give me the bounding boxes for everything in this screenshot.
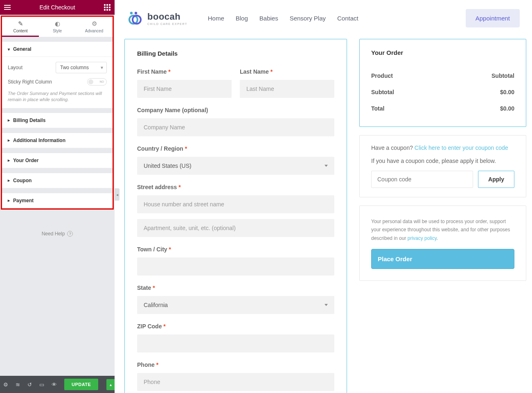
section-general[interactable]: ▾General bbox=[2, 42, 113, 57]
sidebar-header: Edit Checkout bbox=[0, 0, 115, 15]
hamburger-icon[interactable] bbox=[4, 5, 11, 10]
billing-card: Billing Details First Name * Last Name *… bbox=[124, 39, 347, 393]
brand-tagline: CHILD CARE EXPERT bbox=[147, 23, 187, 25]
update-dropdown[interactable]: ▴ bbox=[106, 379, 115, 390]
section-additional-info[interactable]: ▸Additional Information bbox=[2, 133, 113, 148]
collapse-sidebar-handle[interactable]: ◂ bbox=[115, 188, 119, 201]
first-name-label: First Name * bbox=[137, 68, 232, 75]
tab-style[interactable]: ◐Style bbox=[39, 17, 76, 37]
place-order-card: Your personal data will be used to proce… bbox=[359, 206, 526, 281]
settings-icon[interactable]: ⚙ bbox=[3, 382, 8, 388]
editor-sidebar: Edit Checkout ✎Content ◐Style ⚙Advanced … bbox=[0, 0, 115, 393]
preview-canvas: boocah CHILD CARE EXPERT Home Blog Babie… bbox=[115, 0, 532, 393]
caret-right-icon: ▸ bbox=[8, 158, 10, 163]
caret-down-icon: ▾ bbox=[8, 47, 10, 52]
help-icon: ? bbox=[67, 231, 73, 237]
city-input[interactable] bbox=[137, 257, 334, 276]
billing-title: Billing Details bbox=[137, 50, 334, 57]
layout-label: Layout bbox=[8, 65, 23, 70]
subtotal-label: Subtotal bbox=[371, 89, 394, 95]
sidebar-title: Edit Checkout bbox=[39, 4, 75, 11]
coupon-instruction: If you have a coupon code, please apply … bbox=[371, 158, 514, 164]
phone-input[interactable] bbox=[137, 373, 334, 391]
subtotal-header: Subtotal bbox=[491, 72, 514, 79]
responsive-icon[interactable]: ▭ bbox=[39, 382, 44, 388]
street-label: Street address * bbox=[137, 184, 334, 190]
zip-input[interactable] bbox=[137, 334, 334, 352]
state-select[interactable]: California bbox=[137, 296, 334, 314]
order-title: Your Order bbox=[371, 49, 514, 56]
section-payment[interactable]: ▸Payment bbox=[2, 193, 113, 208]
brand-name: boocah bbox=[147, 11, 187, 22]
nav-home[interactable]: Home bbox=[208, 15, 224, 22]
privacy-link[interactable]: privacy policy bbox=[408, 235, 437, 241]
tab-content[interactable]: ✎Content bbox=[2, 17, 39, 37]
total-label: Total bbox=[371, 105, 384, 112]
caret-right-icon: ▸ bbox=[8, 178, 10, 183]
gear-icon: ⚙ bbox=[76, 20, 113, 27]
caret-right-icon: ▸ bbox=[8, 198, 10, 203]
need-help-link[interactable]: Need Help? bbox=[0, 210, 115, 245]
history-icon[interactable]: ↺ bbox=[27, 382, 32, 388]
place-order-button[interactable]: Place Order bbox=[371, 249, 514, 269]
svg-point-1 bbox=[135, 11, 137, 14]
privacy-text: Your personal data will be used to proce… bbox=[371, 217, 514, 242]
general-section-content: Layout Two columns Sticky Right Column N… bbox=[2, 57, 113, 108]
caret-right-icon: ▸ bbox=[8, 118, 10, 122]
street2-input[interactable] bbox=[137, 219, 334, 237]
pencil-icon: ✎ bbox=[2, 20, 39, 27]
product-header: Product bbox=[371, 72, 393, 79]
tab-advanced[interactable]: ⚙Advanced bbox=[76, 17, 113, 37]
total-value: $0.00 bbox=[500, 105, 514, 112]
order-card: Your Order ProductSubtotal Subtotal$0.00… bbox=[359, 39, 526, 127]
apps-icon[interactable] bbox=[104, 4, 110, 11]
country-label: Country / Region * bbox=[137, 145, 334, 152]
last-name-input[interactable] bbox=[240, 80, 334, 98]
street1-input[interactable] bbox=[137, 195, 334, 213]
section-billing-details[interactable]: ▸Billing Details bbox=[2, 113, 113, 128]
site-header: boocah CHILD CARE EXPERT Home Blog Babie… bbox=[115, 0, 532, 39]
section-your-order[interactable]: ▸Your Order bbox=[2, 153, 113, 168]
highlighted-panel: ✎Content ◐Style ⚙Advanced ▾General Layou… bbox=[1, 16, 114, 210]
zip-label: ZIP Code * bbox=[137, 323, 334, 330]
first-name-input[interactable] bbox=[137, 80, 232, 98]
sticky-desc: The Order Summary and Payment sections w… bbox=[8, 90, 107, 103]
sidebar-footer: ⚙ ≋ ↺ ▭ 👁 UPDATE ▴ bbox=[0, 376, 115, 393]
apply-button[interactable]: Apply bbox=[478, 171, 514, 188]
order-column: Your Order ProductSubtotal Subtotal$0.00… bbox=[359, 39, 526, 393]
company-input[interactable] bbox=[137, 118, 334, 136]
layout-select[interactable]: Two columns bbox=[56, 62, 107, 73]
editor-tabs: ✎Content ◐Style ⚙Advanced bbox=[2, 17, 113, 37]
company-label: Company Name (optional) bbox=[137, 107, 334, 113]
coupon-card: Have a coupon? Click here to enter your … bbox=[359, 135, 526, 197]
city-label: Town / City * bbox=[137, 246, 334, 253]
nav-blog[interactable]: Blog bbox=[236, 15, 248, 22]
coupon-prompt: Have a coupon? Click here to enter your … bbox=[371, 145, 514, 151]
appointment-button[interactable]: Appointment bbox=[466, 9, 520, 27]
nav-babies[interactable]: Babies bbox=[259, 15, 278, 22]
state-label: State * bbox=[137, 285, 334, 291]
site-logo[interactable]: boocah CHILD CARE EXPERT bbox=[126, 11, 187, 26]
logo-icon bbox=[126, 11, 143, 26]
country-select[interactable]: United States (US) bbox=[137, 157, 334, 175]
sticky-toggle[interactable]: NO bbox=[87, 78, 107, 86]
sticky-label: Sticky Right Column bbox=[8, 79, 52, 85]
navigator-icon[interactable]: ≋ bbox=[16, 382, 20, 388]
nav-contact[interactable]: Contact bbox=[337, 15, 358, 22]
coupon-link[interactable]: Click here to enter your coupon code bbox=[415, 145, 508, 151]
svg-point-0 bbox=[130, 11, 133, 14]
update-button[interactable]: UPDATE bbox=[64, 379, 98, 390]
caret-right-icon: ▸ bbox=[8, 138, 10, 142]
nav-sensory[interactable]: Sensory Play bbox=[290, 15, 326, 22]
phone-label: Phone * bbox=[137, 361, 334, 368]
last-name-label: Last Name * bbox=[240, 68, 334, 75]
main-nav: Home Blog Babies Sensory Play Contact bbox=[208, 15, 358, 22]
preview-icon[interactable]: 👁 bbox=[52, 382, 57, 388]
contrast-icon: ◐ bbox=[39, 20, 76, 27]
subtotal-value: $0.00 bbox=[500, 89, 514, 95]
section-coupon[interactable]: ▸Coupon bbox=[2, 173, 113, 188]
coupon-input[interactable] bbox=[371, 171, 473, 188]
